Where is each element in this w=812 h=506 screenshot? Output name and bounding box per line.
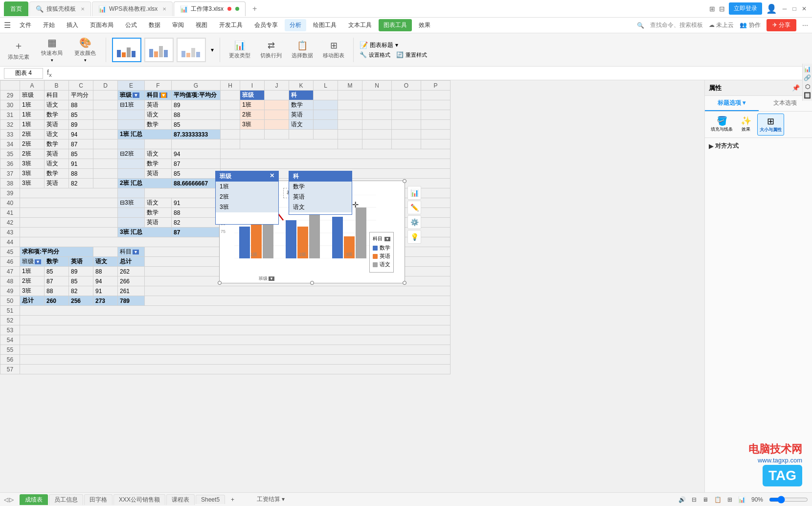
cell-C33[interactable]: 94	[69, 130, 93, 139]
cell-D47[interactable]: 88	[93, 267, 118, 276]
cell-D29[interactable]	[93, 91, 118, 100]
cloud-status[interactable]: ☁ 未上云	[709, 21, 734, 29]
side-icon-1[interactable]: 📊	[804, 66, 811, 72]
side-icon-4[interactable]: 🔲	[804, 92, 811, 99]
cell-G33[interactable]: 87.33333333	[172, 130, 221, 139]
cell-N30[interactable]	[362, 100, 392, 110]
cell-E32[interactable]	[118, 120, 145, 130]
add-element-btn[interactable]: ＋ 添加元素	[4, 37, 33, 63]
cell-G32[interactable]: 85	[172, 120, 221, 130]
quick-layout-btn[interactable]: ▦ 快速布局 ▾	[37, 35, 67, 65]
sheet-tab-course[interactable]: 课程表	[166, 494, 195, 505]
menu-effect[interactable]: 效果	[414, 19, 435, 31]
cell-H36[interactable]	[221, 159, 451, 169]
user-avatar[interactable]: 👤	[766, 3, 777, 14]
menu-formula[interactable]: 公式	[120, 19, 142, 31]
nav-prev[interactable]: ◁	[4, 496, 8, 503]
menu-vip[interactable]: 会员专享	[249, 19, 283, 31]
more-chart-styles[interactable]: ▾	[211, 38, 214, 62]
cell-L30[interactable]	[314, 100, 338, 110]
cell-A48[interactable]: 2班	[20, 276, 45, 286]
filter-subject-item-1[interactable]: 数学	[289, 182, 352, 192]
cell-B32[interactable]: 英语	[45, 120, 69, 130]
cell-M30[interactable]	[338, 100, 362, 110]
cell-L31[interactable]	[314, 110, 338, 120]
formula-input[interactable]	[56, 68, 808, 79]
tab-file1[interactable]: 🔍 搜狐壳模板 ✕	[29, 1, 91, 16]
cell-J31[interactable]	[265, 110, 289, 120]
cell-D45[interactable]	[93, 247, 118, 257]
cell-E47[interactable]: 262	[118, 267, 145, 276]
chart-tool-bar[interactable]: 📊	[407, 186, 421, 200]
cell-I32[interactable]: 3班	[240, 120, 265, 130]
filter-subject-item-2[interactable]: 英语	[289, 192, 352, 202]
side-icon-3[interactable]: ⬡	[804, 83, 811, 90]
cell-A37[interactable]: 3班	[20, 169, 45, 179]
cell-D50[interactable]: 273	[93, 296, 118, 306]
format-label[interactable]: 设置格式	[369, 51, 390, 59]
cell-D30[interactable]	[93, 100, 118, 110]
chart-thumb-3[interactable]	[177, 38, 206, 62]
cell-P30[interactable]	[421, 100, 451, 110]
formula-fx-icon[interactable]: fx	[47, 69, 52, 78]
chart-tool-lightbulb[interactable]: 💡	[407, 230, 421, 244]
cell-D48[interactable]: 94	[93, 276, 118, 286]
cell-G35[interactable]: 94	[172, 149, 221, 159]
cell-D38[interactable]	[93, 179, 118, 188]
cell-C35[interactable]: 85	[69, 149, 93, 159]
menu-insert[interactable]: 插入	[62, 19, 83, 31]
formula-status[interactable]: 工资结算 ▾	[257, 495, 285, 504]
panel-icon-effect[interactable]: ✨ 效果	[739, 114, 753, 136]
chart-title-dropdown[interactable]: ▾	[395, 42, 398, 48]
tab-file1-close[interactable]: ✕	[81, 6, 85, 12]
view-mode-3[interactable]: 📊	[738, 496, 745, 503]
cell-A45[interactable]: 求和项:平均分	[20, 247, 93, 257]
cell-A39[interactable]	[20, 188, 118, 198]
align-section-title[interactable]: ▶ 对齐方式	[709, 142, 808, 150]
cell-A31[interactable]: 1班	[20, 110, 45, 120]
menu-charttool[interactable]: 图表工具	[379, 19, 412, 31]
cell-I34[interactable]	[240, 139, 338, 149]
tab-home[interactable]: 首页	[4, 1, 28, 16]
cell-E30[interactable]: ⊟1班	[118, 100, 145, 110]
panel-pin-icon[interactable]: 📌	[792, 84, 800, 92]
cell-C49[interactable]: 82	[69, 286, 93, 296]
maximize-button[interactable]: □	[790, 5, 798, 13]
cell-A36[interactable]: 3班	[20, 159, 45, 169]
cell-P34[interactable]	[421, 139, 451, 149]
cell-N32[interactable]	[362, 120, 392, 130]
chart-tool-filter[interactable]: ⚙️	[407, 215, 421, 229]
menu-pagelayout[interactable]: 页面布局	[85, 19, 118, 31]
cell-C36[interactable]: 91	[69, 159, 93, 169]
cell-E50[interactable]: 789	[118, 296, 145, 306]
cell-B48[interactable]: 87	[45, 276, 69, 286]
cell-E39[interactable]	[118, 188, 145, 198]
cell-D49[interactable]: 91	[93, 286, 118, 296]
cell-G41[interactable]: 88	[172, 208, 221, 218]
cell-J29[interactable]	[265, 91, 289, 100]
cell-K29[interactable]: 科	[289, 91, 314, 100]
cell-H34[interactable]	[221, 139, 240, 149]
cell-F32[interactable]: 数学	[145, 120, 172, 130]
cell-K30[interactable]: 数学	[289, 100, 314, 110]
cell-A40[interactable]	[20, 198, 118, 208]
cell-A33[interactable]: 2班	[20, 130, 45, 139]
cell-A32[interactable]: 1班	[20, 120, 45, 130]
cell-G37[interactable]: 85	[172, 169, 221, 179]
cell-H31[interactable]	[221, 110, 240, 120]
cell-H33[interactable]	[221, 130, 240, 139]
cell-E48[interactable]: 266	[118, 276, 145, 286]
cell-E36[interactable]	[118, 159, 145, 169]
cell-F29[interactable]: 科目🔽	[145, 91, 172, 100]
menu-start[interactable]: 开始	[38, 19, 60, 31]
more-menu-icon[interactable]: ⋯	[802, 22, 808, 29]
menu-data[interactable]: 数据	[144, 19, 165, 31]
filter-class-item-3[interactable]: 3班	[216, 202, 278, 212]
chart-thumb-2[interactable]	[144, 38, 174, 62]
cell-M31[interactable]	[338, 110, 362, 120]
cell-E49[interactable]: 261	[118, 286, 145, 296]
cell-B50[interactable]: 260	[45, 296, 69, 306]
cell-C47[interactable]: 89	[69, 267, 93, 276]
grid-view-icon[interactable]: ⊞	[709, 5, 715, 13]
cell-G38[interactable]: 88.66666667	[172, 179, 221, 188]
